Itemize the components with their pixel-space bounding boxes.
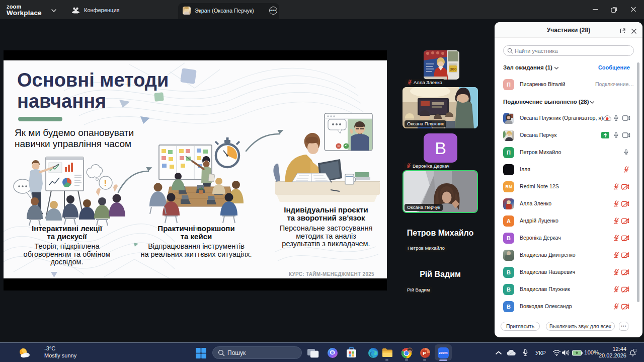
svg-text:!: ! <box>104 179 107 188</box>
svg-text:P: P <box>423 350 426 356</box>
svg-text:300: 300 <box>450 67 457 71</box>
